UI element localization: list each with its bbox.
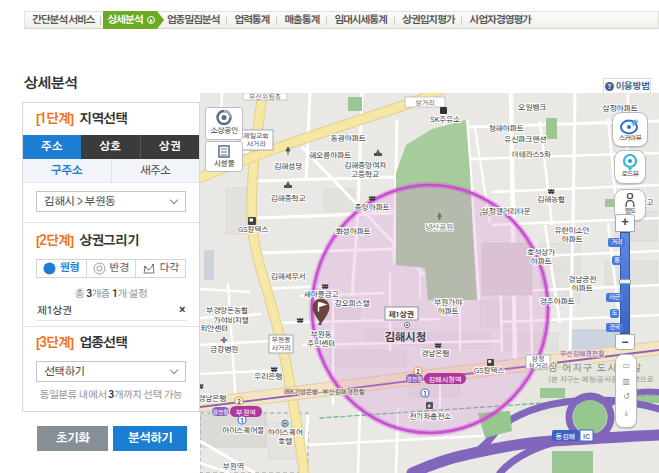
- svg-text:호텔: 호텔: [278, 437, 292, 446]
- svg-text:우리은행: 우리은행: [254, 372, 282, 381]
- svg-text:아파트: 아파트: [438, 307, 459, 316]
- svg-text:유한미소안: 유한미소안: [555, 226, 590, 235]
- svg-text:부경양돈농협: 부경양돈농협: [206, 306, 248, 315]
- svg-text:김해중학교: 김해중학교: [271, 194, 306, 203]
- svg-text:경남은행: 경남은행: [200, 394, 226, 403]
- svg-text:강오피스텔: 강오피스텔: [335, 299, 370, 308]
- svg-text:해오름아파트: 해오름아파트: [309, 151, 351, 160]
- svg-text:김해세무서: 김해세무서: [271, 272, 306, 281]
- svg-text:삼정: 삼정: [532, 355, 545, 362]
- svg-text:제1상권: 제1상권: [388, 310, 414, 319]
- svg-text:부산위림축: 부산위림축: [249, 93, 281, 100]
- svg-text:김해농협: 김해농협: [537, 195, 565, 204]
- svg-text:1: 1: [423, 391, 427, 397]
- svg-text:삼거리: 삼거리: [416, 99, 435, 106]
- svg-text:금강병원: 금강병원: [210, 345, 238, 354]
- svg-text:(본 지구는 예정/공사중인 지역으로: (본 지구는 예정/공사중인 지역으로: [548, 375, 654, 384]
- svg-text:동광아파트: 동광아파트: [331, 134, 366, 143]
- svg-text:더테라스5차: 더테라스5차: [512, 150, 552, 159]
- svg-text:김해성당: 김해성당: [274, 162, 302, 171]
- svg-text:부원역: 부원역: [223, 462, 244, 471]
- svg-text:화성아파트: 화성아파트: [336, 227, 371, 236]
- svg-text:부원가야: 부원가야: [434, 298, 463, 307]
- svg-text:₩: ₩: [271, 367, 278, 373]
- svg-text:✚: ✚: [221, 337, 228, 345]
- svg-text:주민센터: 주민센터: [307, 339, 335, 348]
- svg-text:오일뱅크: 오일뱅크: [518, 103, 546, 112]
- svg-text:김해중앙여자: 김해중앙여자: [344, 161, 387, 170]
- svg-text:아파트: 아파트: [531, 257, 552, 266]
- svg-text:녕산공원: 녕산공원: [425, 223, 453, 232]
- svg-text:2: 2: [416, 369, 420, 375]
- svg-text:중앙아파트: 중앙아파트: [355, 203, 390, 212]
- svg-text:경주아파트: 경주아파트: [540, 297, 575, 306]
- svg-text:SK주유소: SK주유소: [430, 116, 460, 124]
- svg-text:부산김해경전철: 부산김해경전철: [560, 350, 604, 357]
- svg-text:경전철: 경전철: [212, 409, 228, 415]
- svg-text:IBK기업은행─부산김해경전철: IBK기업은행─부산김해경전철: [284, 388, 365, 395]
- svg-text:김해시청역: 김해시청역: [428, 376, 461, 383]
- svg-text:새마을금고: 새마을금고: [304, 290, 339, 299]
- svg-text:아이스퀘어: 아이스퀘어: [268, 428, 303, 437]
- svg-text:아이스퀘어몰: 아이스퀘어몰: [222, 426, 264, 435]
- svg-text:사거리: 사거리: [272, 344, 291, 351]
- svg-text:1: 1: [240, 418, 244, 424]
- svg-text:GS칼텍스: GS칼텍스: [238, 225, 268, 234]
- svg-text:청해아파트: 청해아파트: [489, 124, 524, 133]
- svg-text:삼정갤러리타운: 삼정갤러리타운: [481, 207, 531, 216]
- svg-text:경전철: 경전철: [406, 376, 422, 382]
- svg-text:아파트: 아파트: [572, 284, 593, 293]
- svg-text:부원동: 부원동: [311, 330, 332, 339]
- svg-text:치안센터: 치안센터: [200, 324, 228, 333]
- svg-text:고등학교: 고등학교: [351, 170, 379, 179]
- svg-text:아파트: 아파트: [562, 235, 583, 244]
- svg-text:₩: ₩: [369, 196, 376, 202]
- svg-text:전기차충전소: 전기차충전소: [409, 412, 451, 421]
- svg-text:부원역: 부원역: [236, 409, 256, 416]
- svg-text:IC: IC: [583, 434, 590, 440]
- svg-text:제일교회: 제일교회: [243, 132, 268, 139]
- svg-text:GS칼텍스: GS칼텍스: [474, 366, 504, 375]
- svg-text:경남궁전: 경남궁전: [568, 275, 596, 284]
- svg-text:₩: ₩: [548, 189, 555, 195]
- svg-text:사거리: 사거리: [247, 140, 266, 147]
- svg-text:삼거리: 삼거리: [529, 362, 548, 369]
- svg-text:2: 2: [237, 399, 241, 405]
- svg-text:유신파크맨션: 유신파크맨션: [504, 135, 546, 144]
- svg-text:김해시청: 김해시청: [384, 331, 426, 343]
- svg-text:경남은행: 경남은행: [421, 349, 449, 358]
- svg-text:동김해: 동김해: [556, 433, 576, 440]
- svg-text:₩: ₩: [322, 284, 329, 290]
- svg-text:Ⓗ: Ⓗ: [282, 419, 289, 428]
- svg-text:₩: ₩: [435, 343, 442, 349]
- svg-text:호석상가: 호석상가: [527, 248, 555, 257]
- svg-text:₩: ₩: [297, 318, 304, 324]
- svg-text:부원동: 부원동: [272, 336, 292, 343]
- svg-text:가야비지텔: 가야비지텔: [214, 316, 249, 325]
